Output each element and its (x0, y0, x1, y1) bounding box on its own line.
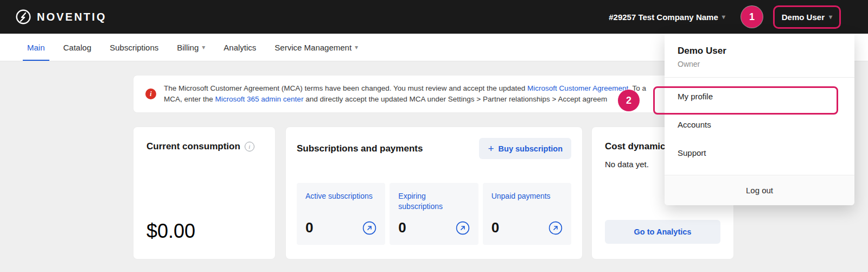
app-screen: NOVENTIQ #29257 Test Company Name ▾ Demo… (0, 0, 868, 272)
alert-line2-text: MCA, enter the (164, 95, 215, 103)
dropdown-header: Demo User Owner (665, 34, 854, 77)
user-menu-label: Demo User (782, 12, 825, 22)
user-dropdown-panel: Demo User Owner My profile Accounts Supp… (665, 34, 854, 205)
logo-text: NOVENTIQ (37, 11, 106, 23)
arrow-up-right-icon[interactable] (362, 221, 376, 235)
tab-catalog[interactable]: Catalog (63, 34, 92, 61)
annotation-step-1: 1 (741, 6, 763, 28)
arrow-up-right-icon[interactable] (548, 221, 563, 235)
tab-subscriptions[interactable]: Subscriptions (110, 34, 158, 61)
info-icon[interactable]: i (245, 142, 254, 151)
chevron-down-icon: ▾ (202, 44, 205, 50)
active-subscriptions-tile[interactable]: Active subscriptions 0 (297, 183, 385, 245)
tab-service-management[interactable]: Service Management ▾ (275, 34, 358, 61)
tab-catalog-label: Catalog (63, 43, 92, 52)
current-consumption-card: Current consumption i $0.00 (133, 126, 276, 260)
menu-item-accounts[interactable]: Accounts (665, 110, 854, 138)
subscriptions-card-title: Subscriptions and payments (297, 143, 423, 154)
unpaid-payments-bottom: 0 (492, 219, 563, 236)
dropdown-user-name: Demo User (678, 46, 841, 56)
mca-agreement-link[interactable]: Microsoft Customer Agreement (527, 84, 628, 92)
m365-admin-center-link[interactable]: Microsoft 365 admin center (215, 95, 304, 103)
tab-service-management-label: Service Management (275, 43, 352, 52)
tab-billing[interactable]: Billing ▾ (177, 34, 205, 61)
chevron-down-icon: ▾ (355, 44, 358, 50)
topbar-right: #29257 Test Company Name ▾ Demo User ▾ (609, 5, 841, 29)
active-subscriptions-label: Active subscriptions (305, 191, 376, 212)
noventiq-logo: NOVENTIQ (15, 9, 106, 25)
dropdown-user-role: Owner (678, 60, 841, 68)
tab-subscriptions-label: Subscriptions (110, 43, 158, 52)
consumption-title-row: Current consumption i (146, 141, 262, 152)
arrow-up-right-icon[interactable] (456, 221, 470, 235)
buy-subscription-button[interactable]: + Buy subscription (479, 138, 571, 159)
logout-button[interactable]: Log out (665, 175, 854, 205)
subscriptions-payments-card: Subscriptions and payments + Buy subscri… (285, 126, 583, 260)
buy-subscription-label: Buy subscription (499, 144, 563, 153)
go-to-analytics-button[interactable]: Go to Analytics (605, 220, 720, 244)
alert-line2-tail: and directly accept the updated MCA unde… (303, 95, 607, 103)
user-menu-button[interactable]: Demo User ▾ (773, 5, 841, 29)
alert-line-1: The Microsoft Customer Agreement (MCA) t… (164, 83, 646, 94)
unpaid-payments-tile[interactable]: Unpaid payments 0 (483, 183, 571, 245)
menu-item-support[interactable]: Support (665, 138, 854, 167)
unpaid-payments-value: 0 (492, 219, 499, 236)
expiring-subscriptions-value: 0 (398, 219, 406, 236)
tab-billing-label: Billing (177, 43, 199, 52)
unpaid-payments-label: Unpaid payments (492, 191, 563, 212)
company-selector-label: #29257 Test Company Name (609, 12, 718, 22)
plus-icon: + (488, 143, 494, 154)
tab-analytics[interactable]: Analytics (224, 34, 256, 61)
alert-text: The Microsoft Customer Agreement (MCA) t… (164, 83, 646, 105)
tab-main[interactable]: Main (27, 34, 45, 61)
alert-info-icon: i (145, 88, 156, 99)
noventiq-logo-icon (15, 9, 31, 25)
chevron-down-icon: ▾ (829, 14, 832, 20)
active-subscriptions-value: 0 (305, 219, 313, 236)
consumption-card-title: Current consumption (146, 141, 240, 152)
subscription-tiles: Active subscriptions 0 Expiring subscrip… (297, 183, 571, 245)
dropdown-menu-list: My profile Accounts Support (665, 78, 854, 167)
tab-main-label: Main (27, 43, 45, 52)
tab-analytics-label: Analytics (224, 43, 256, 52)
subscriptions-card-header: Subscriptions and payments + Buy subscri… (297, 138, 571, 159)
expiring-subscriptions-tile[interactable]: Expiring subscriptions 0 (390, 183, 478, 245)
expiring-subscriptions-label: Expiring subscriptions (398, 191, 469, 212)
menu-item-my-profile[interactable]: My profile (665, 82, 854, 110)
alert-line-2: MCA, enter the Microsoft 365 admin cente… (164, 94, 646, 105)
consumption-value: $0.00 (146, 220, 262, 243)
expiring-subscriptions-bottom: 0 (398, 219, 469, 236)
active-subscriptions-bottom: 0 (305, 219, 376, 236)
chevron-down-icon: ▾ (722, 14, 725, 20)
company-selector[interactable]: #29257 Test Company Name ▾ (609, 12, 725, 22)
annotation-step-2: 2 (618, 90, 640, 111)
alert-line1-text: The Microsoft Customer Agreement (MCA) t… (164, 84, 527, 92)
top-header: NOVENTIQ #29257 Test Company Name ▾ Demo… (0, 0, 868, 34)
